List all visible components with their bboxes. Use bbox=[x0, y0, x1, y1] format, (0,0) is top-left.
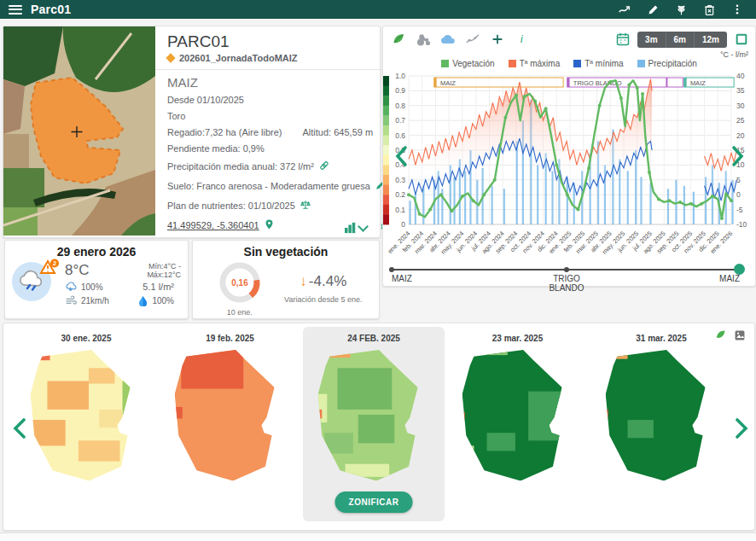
slider-label-center: TRIGO BLANDO bbox=[541, 274, 592, 293]
chart-unit-label: °C - l/m² bbox=[720, 50, 748, 59]
altitude-info: Altitud: 645,59 m bbox=[303, 127, 374, 137]
index-selector-button[interactable] bbox=[344, 222, 367, 234]
rain-probability-icon bbox=[65, 282, 78, 293]
legend-item[interactable]: Vegetación bbox=[441, 59, 495, 68]
humidity-icon bbox=[138, 295, 148, 306]
image-date: 31 mar. 2025 bbox=[590, 334, 732, 343]
legend-label: Vegetación bbox=[452, 59, 495, 68]
vegetation-chart-card: i 3m 6m 12m °C - l/m² VegetaciónTª máxim… bbox=[382, 26, 756, 287]
ndvi-image bbox=[166, 345, 295, 487]
rain-amount: 5.1 l/m² bbox=[124, 282, 183, 292]
field-overview-card: PARC01 202601_JornadaTodoMAIZ MAIZ Desde… bbox=[3, 26, 381, 238]
fertilizer-icon[interactable] bbox=[674, 3, 688, 16]
slider-label-right: MAIZ bbox=[714, 274, 740, 283]
vigor-trend-icon[interactable] bbox=[618, 3, 631, 16]
carousel-next-button[interactable] bbox=[732, 417, 751, 439]
delete-icon[interactable] bbox=[702, 3, 716, 16]
legend-label: Tª mínima bbox=[584, 59, 623, 68]
legend-swatch bbox=[441, 60, 449, 67]
weather-card: 29 enero 2026 2 8°C Mín:4°C -Máx:12°C 10… bbox=[4, 240, 189, 319]
slider-dot-start[interactable] bbox=[389, 267, 394, 272]
svg-text:0.9: 0.9 bbox=[395, 86, 405, 95]
edit-icon[interactable] bbox=[646, 3, 660, 16]
app-bar: Parc01 bbox=[0, 0, 756, 19]
ndvi-image bbox=[596, 345, 726, 487]
campaign-name: 202601_JornadaTodoMAIZ bbox=[179, 53, 298, 63]
weather-date: 29 enero 2026 bbox=[5, 245, 188, 259]
range-3m-button[interactable]: 3m bbox=[637, 32, 666, 48]
field-map[interactable] bbox=[3, 26, 155, 236]
image-date: 23 mar. 2025 bbox=[447, 334, 589, 343]
variation-value: -4.4% bbox=[309, 273, 346, 290]
ndvi-layer-icon[interactable] bbox=[390, 31, 407, 48]
slider-dot-middle[interactable] bbox=[564, 267, 569, 272]
weather-alert-icon[interactable]: 2 bbox=[39, 259, 60, 281]
vegetation-status-title: Sin vegetación bbox=[193, 245, 379, 259]
expand-chart-icon[interactable] bbox=[733, 31, 750, 48]
wind-speed: 21km/h bbox=[81, 296, 109, 305]
svg-text:0.8: 0.8 bbox=[395, 102, 405, 110]
image-type-icon[interactable] bbox=[734, 329, 746, 345]
svg-text:0.7: 0.7 bbox=[395, 116, 405, 125]
carousel-prev-button[interactable] bbox=[10, 417, 29, 439]
legend-item[interactable]: Tª máxima bbox=[509, 59, 561, 68]
slider-label-left: MAIZ bbox=[392, 274, 412, 283]
variation-caption: Variación desde 5 ene. bbox=[275, 295, 372, 304]
irrigation-info: Regadio:7,32 ha (Aire libre) bbox=[167, 127, 282, 137]
time-series-plot[interactable]: 1.0400.9350.8300.7250.6200.5150.4100.350… bbox=[383, 71, 755, 264]
calendar-icon[interactable] bbox=[614, 31, 631, 48]
wind-icon bbox=[65, 295, 78, 305]
variation-down-arrow-icon: ↓ bbox=[299, 273, 307, 290]
field-locality: Toro bbox=[167, 111, 185, 121]
image-date: 19 feb. 2025 bbox=[160, 334, 301, 343]
ndvi-image bbox=[309, 345, 439, 487]
nutrient-balance-icon[interactable] bbox=[299, 199, 311, 212]
weather-layer-icon[interactable] bbox=[439, 31, 457, 48]
legend-swatch bbox=[637, 60, 645, 67]
range-6m-button[interactable]: 6m bbox=[666, 32, 695, 48]
range-12m-button[interactable]: 12m bbox=[695, 32, 727, 48]
legend-item[interactable]: Precipitación bbox=[637, 59, 697, 68]
svg-text:35: 35 bbox=[736, 86, 745, 95]
zonificar-button[interactable]: ZONIFICAR bbox=[335, 492, 413, 513]
svg-text:-5: -5 bbox=[736, 206, 743, 214]
info-icon[interactable]: i bbox=[514, 31, 531, 48]
svg-text:2: 2 bbox=[53, 259, 56, 267]
svg-text:0,16: 0,16 bbox=[231, 278, 248, 288]
svg-text:i: i bbox=[520, 33, 523, 45]
carousel-item[interactable]: 30 ene. 2025 bbox=[15, 327, 157, 521]
ndvi-donut: 0,16 bbox=[218, 260, 262, 305]
bottom-panel: 2 bbox=[0, 532, 756, 541]
svg-text:0.3: 0.3 bbox=[395, 176, 405, 184]
machinery-layer-icon[interactable] bbox=[415, 31, 432, 48]
rain-probability: 100% bbox=[81, 282, 103, 292]
slope-info: Pendiente media: 0,9% bbox=[167, 143, 265, 154]
overflow-menu-icon[interactable] bbox=[730, 3, 744, 16]
svg-text:0: 0 bbox=[736, 190, 741, 199]
nutrient-plan-info: Plan de nutrientes: 01/10/2025 bbox=[167, 201, 295, 211]
legend-swatch bbox=[509, 60, 516, 67]
add-layer-icon[interactable] bbox=[489, 31, 506, 48]
carousel-item[interactable]: 19 feb. 2025 bbox=[160, 327, 301, 521]
field-title: PARC01 bbox=[167, 32, 402, 51]
svg-text:0.2: 0.2 bbox=[395, 190, 405, 199]
chevron-down-icon bbox=[358, 221, 369, 232]
svg-text:25: 25 bbox=[736, 116, 745, 125]
carousel-item-selected[interactable]: 24 FEB. 2025ZONIFICAR bbox=[303, 327, 445, 521]
ndvi-image bbox=[453, 345, 583, 487]
precipitation-link-icon[interactable] bbox=[318, 160, 330, 173]
svg-text:5: 5 bbox=[736, 176, 741, 184]
carousel-item[interactable]: 31 mar. 2025 bbox=[590, 327, 732, 521]
chart-legend: VegetaciónTª máximaTª mínimaPrecipitació… bbox=[383, 59, 755, 68]
menu-icon[interactable] bbox=[9, 5, 22, 15]
svg-text:1.0: 1.0 bbox=[395, 72, 405, 80]
location-pin-icon[interactable] bbox=[264, 218, 275, 232]
legend-item[interactable]: Tª mínima bbox=[573, 59, 623, 68]
vigor-series-icon[interactable] bbox=[464, 31, 481, 48]
weather-minmax: Mín:4°C -Máx:12°C bbox=[124, 262, 183, 279]
svg-text:0: 0 bbox=[401, 220, 405, 229]
svg-text:-10: -10 bbox=[736, 220, 747, 229]
carousel-item[interactable]: 23 mar. 2025 bbox=[447, 327, 589, 521]
crop-since: Desde 01/10/2025 bbox=[167, 95, 244, 105]
field-coordinates-link[interactable]: 41.499529, -5.360401 bbox=[167, 220, 259, 230]
